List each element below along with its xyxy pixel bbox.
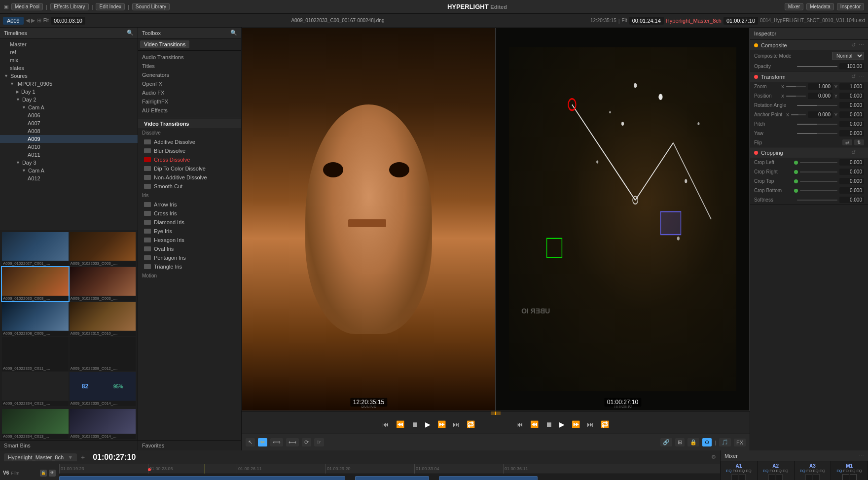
tree-item-master[interactable]: Master <box>0 40 138 48</box>
item-diamond-iris[interactable]: Diamond Iris <box>138 218 241 227</box>
tab-titles[interactable]: Titles <box>138 62 241 70</box>
tree-item-a007[interactable]: A007 <box>0 119 138 127</box>
crop-top-slider[interactable] <box>800 181 838 182</box>
mixer-btn[interactable]: Mixer <box>785 3 803 10</box>
item-cross-iris[interactable]: Cross Iris <box>138 209 241 218</box>
tab-video-transitions[interactable]: Video Transitions <box>140 40 189 48</box>
tab-au-effects[interactable]: AU Effects <box>138 106 241 115</box>
bin-indicator[interactable]: A009 <box>3 17 24 25</box>
tab-generators[interactable]: Generators <box>138 70 241 79</box>
timeline-transport-next[interactable]: ⏭ <box>585 419 596 429</box>
timeline-transport-loop[interactable]: 🔁 <box>599 419 611 429</box>
thumb-10[interactable]: 82 95% A009_01022339_C014_.... <box>70 372 136 406</box>
item-arrow-iris[interactable]: Arrow Iris <box>138 200 241 209</box>
source-transport-fwd[interactable]: ⏩ <box>435 419 448 429</box>
mixer-options-icon[interactable]: ⋯ <box>859 452 864 459</box>
source-viewer[interactable]: Source 12:20:35:15 <box>242 28 496 411</box>
tree-item-import[interactable]: ▼IMPORT_0905 <box>0 80 138 88</box>
item-blur-dissolve[interactable]: Blur Dissolve <box>138 146 241 155</box>
thumb-5[interactable]: A009_01022308_C009_.... <box>2 302 69 336</box>
item-pentagon-iris[interactable]: Pentagon Iris <box>138 253 241 262</box>
tree-item-a009[interactable]: A009 <box>0 135 138 143</box>
expand-cropping-icon[interactable]: ⋯ <box>859 149 864 156</box>
playhead[interactable] <box>205 464 205 474</box>
reset-composite-icon[interactable]: ↺ <box>851 42 856 48</box>
cropping-header[interactable]: Cropping ↺ ⋯ <box>750 147 868 158</box>
tree-item-cama[interactable]: ▼Cam A <box>0 103 138 111</box>
zoom-x-slider[interactable] <box>786 86 806 87</box>
timeline-current-timecode[interactable]: 01:00:27:10 <box>89 452 140 463</box>
left-timecode[interactable]: 00:00:03:10 <box>51 17 85 25</box>
expand-composite-icon[interactable]: ⋯ <box>859 42 864 48</box>
tool-trim[interactable]: ⟺ <box>270 438 283 446</box>
timeline-transport-stop[interactable]: ⏹ <box>543 419 554 429</box>
reset-cropping-icon[interactable]: ↺ <box>851 149 856 156</box>
crop-left-slider[interactable] <box>800 162 838 163</box>
thumb-12[interactable]: A009_01022339_C014_... <box>70 409 136 439</box>
timeline-tab[interactable]: Hyperlight_Master_8ch ▼ <box>4 453 77 461</box>
thumb-9[interactable]: A009_01022334_C013_.... <box>2 372 69 406</box>
tree-item-day3[interactable]: ▼Day 3 <box>0 159 138 167</box>
tool-fx[interactable]: FX <box>734 439 746 446</box>
tree-item-a012[interactable]: A012 <box>0 174 138 182</box>
effects-library-btn[interactable]: Effects Library <box>50 3 89 10</box>
crop-bottom-slider[interactable] <box>800 190 838 191</box>
tree-item-soures[interactable]: ▼Soures <box>0 72 138 80</box>
yaw-slider[interactable] <box>797 133 838 134</box>
item-cross-dissolve[interactable]: Cross Dissolve <box>138 155 241 164</box>
tool-arrow[interactable]: ↖ <box>246 438 255 446</box>
v6-vis-btn[interactable]: 👁 <box>49 470 56 477</box>
tool-retime[interactable]: ⟳ <box>302 438 311 446</box>
item-dip-color-dissolve[interactable]: Dip To Color Dissolve <box>138 164 241 173</box>
softness-slider[interactable] <box>797 200 838 201</box>
thumb-2[interactable]: A009_01022033_C003_.... <box>70 232 136 266</box>
tree-item-cama2[interactable]: ▼Cam A <box>0 167 138 174</box>
reset-transform-icon[interactable]: ↺ <box>851 73 856 80</box>
clip-35mm-1[interactable]: 35mm_64D_Fine.mov <box>59 476 345 480</box>
tool-blade[interactable]: ✂ <box>258 438 267 446</box>
item-hexagon-iris[interactable]: Hexagon Iris <box>138 236 241 244</box>
timeline-transport-fwd[interactable]: ⏩ <box>570 419 582 429</box>
thumb-4[interactable]: A009_01022308_C003_.... <box>70 267 136 301</box>
item-oval-iris[interactable]: Oval Iris <box>138 244 241 253</box>
transform-header[interactable]: Transform ↺ ⋯ <box>750 71 868 82</box>
pitch-slider[interactable] <box>797 124 838 125</box>
tree-item-ref[interactable]: ref <box>0 48 138 56</box>
inspector-btn[interactable]: Inspector <box>837 3 864 10</box>
item-non-additive-dissolve[interactable]: Non-Additive Dissolve <box>138 173 241 182</box>
tree-item-a008[interactable]: A008 <box>0 127 138 135</box>
rotation-slider[interactable] <box>797 105 838 106</box>
tab-fairlightfx[interactable]: FairligthFX <box>138 97 241 106</box>
tool-lock[interactable]: 🔒 <box>687 438 699 446</box>
composite-mode-select[interactable]: Normal Multiply Screen Overlay <box>832 52 864 60</box>
thumb-1[interactable]: A009_01022027_C001_.... <box>2 232 69 266</box>
toolbox-search-icon[interactable]: 🔍 <box>230 30 237 36</box>
tab-openfx[interactable]: OpenFX <box>138 79 241 88</box>
tree-item-slates[interactable]: slates <box>0 64 138 72</box>
favorites-section[interactable]: Favorites <box>138 440 241 450</box>
v6-lock-btn[interactable]: 🔒 <box>40 470 47 477</box>
source-transport-next[interactable]: ⏭ <box>451 419 462 429</box>
master-timecode[interactable]: 01:00:27:10 <box>723 17 758 25</box>
expand-transform-icon[interactable]: ⋯ <box>859 73 864 80</box>
tree-item-mix[interactable]: mix <box>0 56 138 64</box>
timeline-transport-prev[interactable]: ⏮ <box>514 419 525 429</box>
timeline-transport-play[interactable]: ▶ <box>557 419 567 429</box>
tree-item-day2[interactable]: ▼Day 2 <box>0 96 138 103</box>
source-transport-back[interactable]: ⏪ <box>394 419 406 429</box>
master-clip-label[interactable]: Hyperlight_Master_8ch <box>666 18 722 24</box>
pos-x-slider[interactable] <box>786 96 806 97</box>
thumb-3[interactable]: A009_01022033_C003_.... <box>2 267 69 301</box>
clip-35mm-2[interactable]: 35mm_64D_Fine.mov <box>439 476 538 480</box>
clip-35mm-200t[interactable]: 35mm_200T.mov <box>355 476 429 480</box>
tool-link[interactable]: 🔗 <box>660 438 672 446</box>
composite-header[interactable]: Composite ↺ ⋯ <box>750 40 868 50</box>
timeline-viewer[interactable]: UBER IO Timeline 01:00:27:10 <box>496 28 750 411</box>
opacity-slider[interactable] <box>797 66 838 67</box>
anchor-x-slider[interactable] <box>791 114 806 115</box>
timeline-options-icon[interactable]: ⚙ <box>711 454 716 460</box>
crop-right-slider[interactable] <box>800 171 838 172</box>
thumb-7[interactable]: A009_01022320_C011_.... <box>2 337 69 371</box>
media-pool-btn[interactable]: Media Pool <box>11 3 43 10</box>
item-eye-iris[interactable]: Eye Iris <box>138 227 241 236</box>
